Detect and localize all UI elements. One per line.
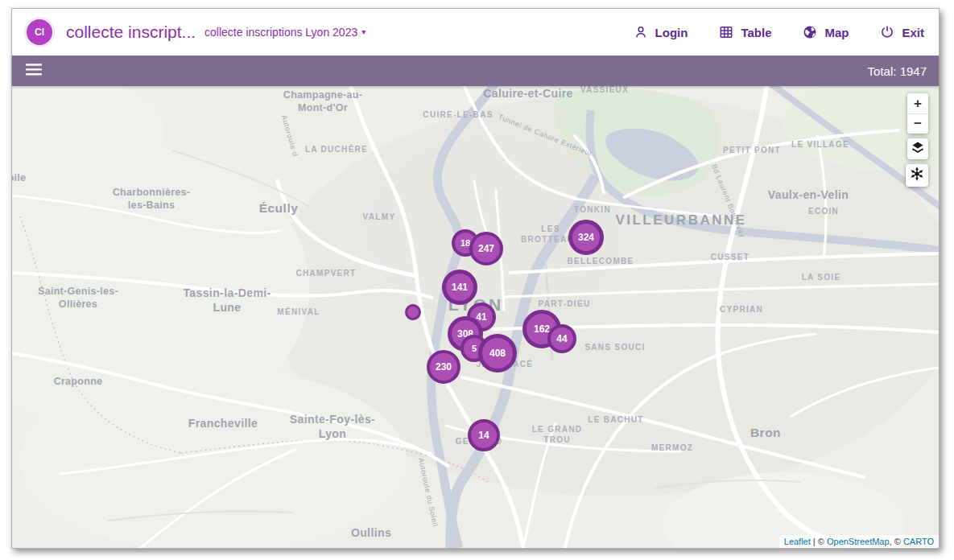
avatar-initials: CI (35, 27, 44, 38)
attribution: Leaflet | © OpenStreetMap, © CARTO (779, 535, 939, 548)
avatar: CI (27, 19, 52, 45)
app-header: CI collecte inscript... collecte inscrip… (12, 9, 939, 56)
marker-layer: 182473241414130854081624423014 (12, 86, 939, 548)
cluster-marker[interactable]: 324 (568, 220, 604, 255)
cluster-marker[interactable]: 44 (547, 324, 576, 353)
map-canvas[interactable]: VASSIEUXChampagne-au- Mont-d'OrCaluire-e… (12, 86, 939, 548)
hamburger-icon (26, 64, 42, 78)
cluster-marker[interactable]: 247 (469, 232, 503, 266)
attribution-link[interactable]: Leaflet (784, 537, 811, 546)
nav-map[interactable]: Map (802, 24, 849, 40)
attribution-text: © (818, 537, 827, 546)
cluster-marker[interactable]: 141 (442, 270, 477, 305)
layers-icon (910, 139, 926, 159)
attribution-text: | (811, 537, 818, 546)
nav-map-label: Map (824, 26, 849, 39)
total-count: Total: 1947 (868, 64, 927, 78)
app-window: CI collecte inscript... collecte inscrip… (11, 8, 940, 549)
table-icon (718, 24, 734, 40)
menu-button[interactable] (24, 62, 43, 80)
nav-exit-label: Exit (902, 26, 924, 39)
globe-icon (802, 24, 818, 40)
nav-login-label: Login (655, 26, 688, 39)
cluster-marker[interactable]: 408 (478, 334, 517, 373)
cluster-marker[interactable]: 230 (427, 350, 460, 384)
spiderfy-button[interactable] (906, 164, 928, 187)
nav-exit[interactable]: Exit (879, 24, 924, 40)
main-nav: Login Table (633, 24, 924, 40)
nav-table-label: Table (741, 26, 771, 39)
toolbar: Total: 1947 (12, 56, 939, 86)
cluster-marker[interactable] (405, 304, 421, 320)
layers-button[interactable] (907, 138, 928, 159)
dataset-label: collecte inscriptions Lyon 2023 (204, 26, 357, 39)
nav-table[interactable]: Table (718, 24, 771, 40)
zoom-out-button[interactable]: − (907, 113, 928, 134)
spider-cluster-icon (908, 165, 926, 186)
zoom-in-button[interactable]: + (907, 93, 928, 113)
attribution-link[interactable]: CARTO (903, 537, 934, 546)
attribution-link[interactable]: OpenStreetMap (827, 537, 890, 546)
chevron-down-icon: ▾ (361, 28, 365, 36)
dataset-selector[interactable]: collecte inscriptions Lyon 2023 ▾ (204, 26, 365, 39)
cluster-marker[interactable]: 14 (468, 419, 500, 451)
page-title: collecte inscript... (66, 23, 196, 42)
power-icon (879, 24, 895, 40)
nav-login[interactable]: Login (633, 24, 688, 40)
person-icon (633, 24, 649, 40)
zoom-control: + − (907, 93, 928, 134)
attribution-text: , © (890, 537, 903, 546)
